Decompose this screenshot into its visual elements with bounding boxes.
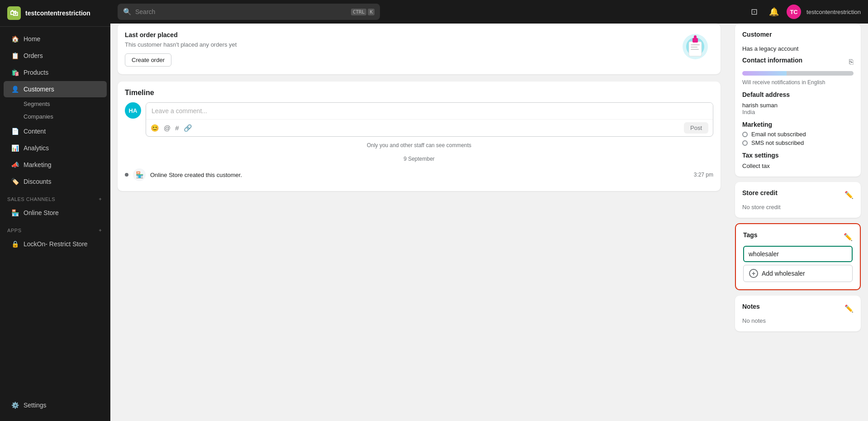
emoji-icon[interactable]: 😊 xyxy=(151,124,159,132)
notifications-icon[interactable]: 🔔 xyxy=(767,5,781,19)
add-wholesaler-item[interactable]: + Add wholesaler xyxy=(744,265,852,282)
default-address-section: Default address harish suman India xyxy=(742,91,854,115)
default-address-title: Default address xyxy=(742,91,854,98)
timeline-event: 🏪 Online Store created this customer. 3:… xyxy=(125,166,713,184)
mention-icon[interactable]: @ xyxy=(164,124,171,132)
topbar: 🔍 CTRL K ⊡ 🔔 TC testcontentrestriction xyxy=(110,0,868,24)
sidebar-item-content[interactable]: 📄 Content xyxy=(4,123,107,139)
commenter-avatar: HA xyxy=(125,102,141,119)
sidebar-item-online-store[interactable]: 🏪 Online Store xyxy=(4,205,107,221)
avatar[interactable]: TC xyxy=(787,5,801,19)
sidebar-item-home[interactable]: 🏠 Home xyxy=(4,31,107,47)
orders-icon: 📋 xyxy=(11,52,19,60)
sidebar-item-settings[interactable]: ⚙️ Settings xyxy=(4,397,107,413)
sidebar-item-orders[interactable]: 📋 Orders xyxy=(4,48,107,64)
sidebar-item-discounts[interactable]: 🏷️ Discounts xyxy=(4,173,107,190)
email-status-label: Email not subscribed xyxy=(751,131,806,138)
copy-contact-icon[interactable]: ⎘ xyxy=(849,58,854,66)
sidebar-item-marketing[interactable]: 📣 Marketing xyxy=(4,157,107,173)
topbar-username[interactable]: testcontentrestriction xyxy=(806,9,861,15)
add-wholesaler-label: Add wholesaler xyxy=(762,270,805,277)
sidebar-nav: 🏠 Home 📋 Orders 🛍️ Products 👤 Customers … xyxy=(0,27,110,393)
right-sidebar: Customer Has a legacy account Contact in… xyxy=(728,24,868,421)
sidebar-item-label: LockOn- Restrict Store xyxy=(24,240,88,248)
sms-marketing-item: SMS not subscribed xyxy=(742,139,854,146)
tags-card: Tags ✏️ + Add wholesaler xyxy=(735,223,861,290)
sms-status-label: SMS not subscribed xyxy=(751,139,804,146)
content-area: Last order placed This customer hasn't p… xyxy=(110,24,868,421)
customer-card: Customer Has a legacy account Contact in… xyxy=(735,24,861,177)
comment-input[interactable] xyxy=(146,103,713,119)
notes-title: Notes xyxy=(742,303,760,310)
sidebar-item-lockon[interactable]: 🔒 LockOn- Restrict Store xyxy=(4,236,107,252)
customer-section-header: Customer xyxy=(742,31,854,42)
main-panel: Last order placed This customer hasn't p… xyxy=(110,24,728,421)
home-icon: 🏠 xyxy=(11,35,19,43)
sidebar-item-products[interactable]: 🛍️ Products xyxy=(4,64,107,81)
apps-section: Apps ＋ xyxy=(0,221,110,235)
online-store-icon: 🏪 xyxy=(11,209,19,217)
tags-title: Tags xyxy=(743,231,758,239)
tags-input[interactable] xyxy=(743,246,853,262)
link-icon[interactable]: 🔗 xyxy=(184,124,192,132)
comment-input-area: 😊 @ # 🔗 Post xyxy=(146,102,713,137)
store-name: testcontentrestriction xyxy=(25,10,90,17)
hashtag-icon[interactable]: # xyxy=(175,124,179,132)
notes-header: Notes ✏️ xyxy=(742,303,854,314)
timeline-event-text: Online Store created this customer. xyxy=(150,172,689,178)
timeline-card: Timeline HA 😊 @ # 🔗 xyxy=(118,81,721,191)
online-store-event-icon: 🏪 xyxy=(133,168,146,181)
edit-tags-icon[interactable]: ✏️ xyxy=(844,233,853,241)
add-app-icon[interactable]: ＋ xyxy=(98,227,103,234)
sidebar-item-label: Orders xyxy=(24,52,43,59)
search-bar[interactable]: 🔍 CTRL K xyxy=(118,4,380,20)
timeline-section: Timeline HA 😊 @ # 🔗 xyxy=(125,89,713,184)
search-shortcut: CTRL K xyxy=(351,9,375,15)
order-illustration xyxy=(677,31,713,67)
marketing-title: Marketing xyxy=(742,121,854,128)
collect-tax-label: Collect tax xyxy=(742,163,854,169)
timeline-event-time: 3:27 pm xyxy=(694,172,713,178)
last-order-title: Last order placed xyxy=(125,31,237,38)
sidebar-item-label: Online Store xyxy=(24,209,59,216)
sidebar-item-label: Analytics xyxy=(24,144,49,152)
svg-rect-5 xyxy=(691,49,699,50)
sidebar-item-companies[interactable]: Companies xyxy=(4,110,107,123)
sidebar-item-label: Customers xyxy=(24,86,54,93)
sidebar-item-customers[interactable]: 👤 Customers xyxy=(4,81,107,97)
search-input[interactable] xyxy=(135,8,347,15)
shortcut-ctrl: CTRL xyxy=(351,9,367,15)
timeline-dot xyxy=(125,173,128,177)
notes-card: Notes ✏️ No notes xyxy=(735,296,861,331)
sidebar-item-analytics[interactable]: 📊 Analytics xyxy=(4,140,107,156)
contact-info-title: Contact information xyxy=(742,57,802,64)
shopify-logo-icon: 🛍 xyxy=(7,6,21,20)
add-tag-icon: + xyxy=(749,269,758,278)
last-order-description: This customer hasn't placed any orders y… xyxy=(125,41,237,48)
last-order-content: Last order placed This customer hasn't p… xyxy=(125,31,237,67)
tags-dropdown: + Add wholesaler xyxy=(743,265,853,282)
discounts-icon: 🏷️ xyxy=(11,177,19,186)
sidebar-item-segments[interactable]: Segments xyxy=(4,98,107,110)
edit-notes-icon[interactable]: ✏️ xyxy=(844,304,854,313)
sidebar-bottom: ⚙️ Settings xyxy=(0,393,110,421)
notification-lang: Will receive notifications in English xyxy=(742,79,854,86)
edit-store-credit-icon[interactable]: ✏️ xyxy=(844,191,854,199)
marketing-icon: 📣 xyxy=(11,161,19,169)
sidebar-item-label: Discounts xyxy=(24,178,51,185)
add-sales-channel-icon[interactable]: ＋ xyxy=(98,196,103,202)
settings-icon: ⚙️ xyxy=(11,401,19,409)
post-button[interactable]: Post xyxy=(684,122,708,134)
shortcut-k: K xyxy=(368,9,375,15)
search-icon: 🔍 xyxy=(123,8,132,16)
contact-info-bar xyxy=(742,71,854,76)
address-country: India xyxy=(742,109,854,115)
comment-toolbar: 😊 @ # 🔗 Post xyxy=(146,119,713,136)
store-preview-icon[interactable]: ⊡ xyxy=(747,5,761,19)
comment-toolbar-icons: 😊 @ # 🔗 xyxy=(151,124,192,132)
last-order-card: Last order placed This customer hasn't p… xyxy=(118,24,721,74)
segments-label: Segments xyxy=(24,100,50,107)
svg-rect-4 xyxy=(691,47,697,48)
timeline-date: 9 September xyxy=(125,156,713,162)
create-order-button[interactable]: Create order xyxy=(125,53,171,67)
